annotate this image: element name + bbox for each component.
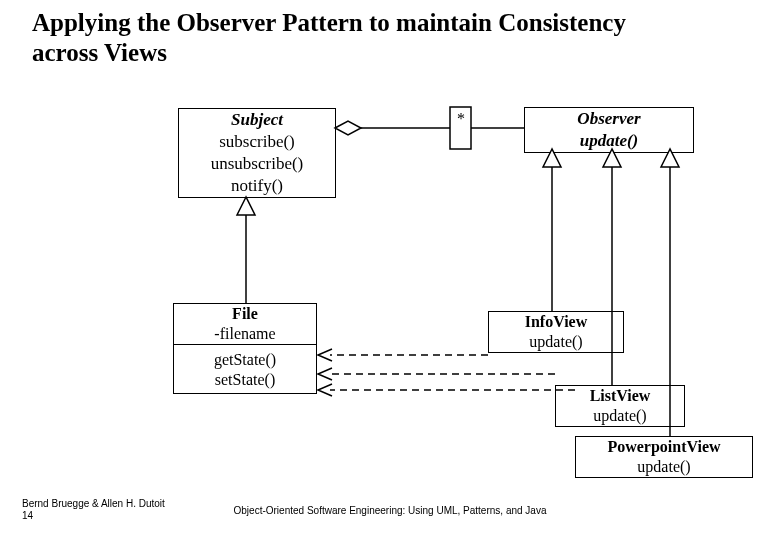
multiplicity-star: * bbox=[457, 110, 465, 128]
svg-marker-5 bbox=[237, 197, 255, 215]
method: unsubscribe() bbox=[179, 153, 335, 175]
method: update() bbox=[525, 130, 693, 152]
method: update() bbox=[576, 457, 752, 477]
class-file: File -filename getState() setState() bbox=[173, 303, 317, 394]
classname: Subject bbox=[179, 109, 335, 131]
footer-book-title: Object-Oriented Software Engineering: Us… bbox=[0, 505, 780, 516]
method: update() bbox=[489, 332, 623, 352]
classname: InfoView bbox=[489, 312, 623, 332]
class-listview: ListView update() bbox=[555, 385, 685, 427]
classname: File bbox=[174, 304, 316, 324]
class-infoview: InfoView update() bbox=[488, 311, 624, 353]
class-pptview: PowerpointView update() bbox=[575, 436, 753, 478]
method: notify() bbox=[179, 175, 335, 197]
class-observer: Observer update() bbox=[524, 107, 694, 153]
method: getState() bbox=[174, 344, 316, 370]
svg-marker-1 bbox=[335, 121, 361, 135]
class-subject: Subject subscribe() unsubscribe() notify… bbox=[178, 108, 336, 198]
method: setState() bbox=[174, 370, 316, 393]
slide: Applying the Observer Pattern to maintai… bbox=[0, 0, 780, 540]
method: subscribe() bbox=[179, 131, 335, 153]
attribute: -filename bbox=[174, 324, 316, 344]
classname: PowerpointView bbox=[576, 437, 752, 457]
classname: Observer bbox=[525, 108, 693, 130]
classname: ListView bbox=[556, 386, 684, 406]
method: update() bbox=[556, 406, 684, 426]
page-title: Applying the Observer Pattern to maintai… bbox=[32, 8, 692, 68]
